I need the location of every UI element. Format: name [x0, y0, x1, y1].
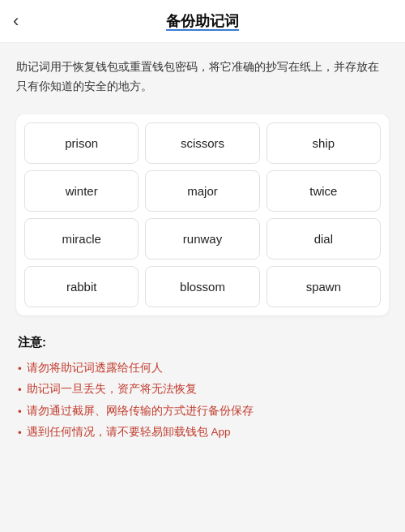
notice-list: •请勿将助记词透露给任何人•助记词一旦丢失，资产将无法恢复•请勿通过截屏、网络传… — [18, 358, 387, 444]
header: ‹ 备份助记词 — [0, 0, 405, 43]
mnemonic-word-7: miracle — [24, 218, 139, 260]
notice-item-1: •请勿将助记词透露给任何人 — [18, 358, 387, 379]
mnemonic-word-2: scissors — [145, 122, 259, 164]
mnemonic-word-9: dial — [266, 218, 381, 260]
mnemonic-word-1: prison — [24, 122, 139, 164]
notice-item-3: •请勿通过截屏、网络传输的方式进行备份保存 — [18, 401, 387, 422]
notice-item-text: 请勿将助记词透露给任何人 — [27, 358, 163, 378]
bullet-icon: • — [18, 402, 22, 422]
mnemonic-grid-container: prisonscissorsshipwintermajortwicemiracl… — [16, 114, 389, 315]
mnemonic-word-3: ship — [266, 122, 381, 164]
bullet-icon: • — [18, 423, 22, 443]
mnemonic-grid: prisonscissorsshipwintermajortwicemiracl… — [24, 122, 381, 307]
notice-item-text: 助记词一旦丢失，资产将无法恢复 — [27, 380, 197, 399]
mnemonic-word-6: twice — [266, 170, 381, 212]
mnemonic-word-5: major — [145, 170, 259, 212]
notice-item-text: 请勿通过截屏、网络传输的方式进行备份保存 — [27, 401, 254, 421]
notice-item-4: •遇到任何情况，请不要轻易卸载钱包 App — [18, 423, 387, 443]
notice-section: 注意: •请勿将助记词透露给任何人•助记词一旦丢失，资产将无法恢复•请勿通过截屏… — [16, 335, 389, 444]
mnemonic-word-10: rabbit — [24, 266, 139, 307]
description-text: 助记词用于恢复钱包或重置钱包密码，将它准确的抄写在纸上，并存放在只有你知道的安全… — [16, 58, 389, 97]
notice-item-2: •助记词一旦丢失，资产将无法恢复 — [18, 380, 387, 400]
bullet-icon: • — [18, 359, 22, 379]
bullet-icon: • — [18, 380, 22, 400]
page-title: 备份助记词 — [166, 11, 239, 31]
mnemonic-word-12: spawn — [266, 266, 381, 307]
notice-title: 注意: — [18, 335, 387, 350]
mnemonic-word-4: winter — [24, 170, 139, 212]
mnemonic-word-8: runway — [145, 218, 259, 260]
notice-item-text: 遇到任何情况，请不要轻易卸载钱包 App — [27, 423, 231, 442]
main-content: 助记词用于恢复钱包或重置钱包密码，将它准确的抄写在纸上，并存放在只有你知道的安全… — [0, 43, 405, 461]
mnemonic-word-11: blossom — [145, 266, 259, 307]
back-button[interactable]: ‹ — [13, 12, 19, 30]
